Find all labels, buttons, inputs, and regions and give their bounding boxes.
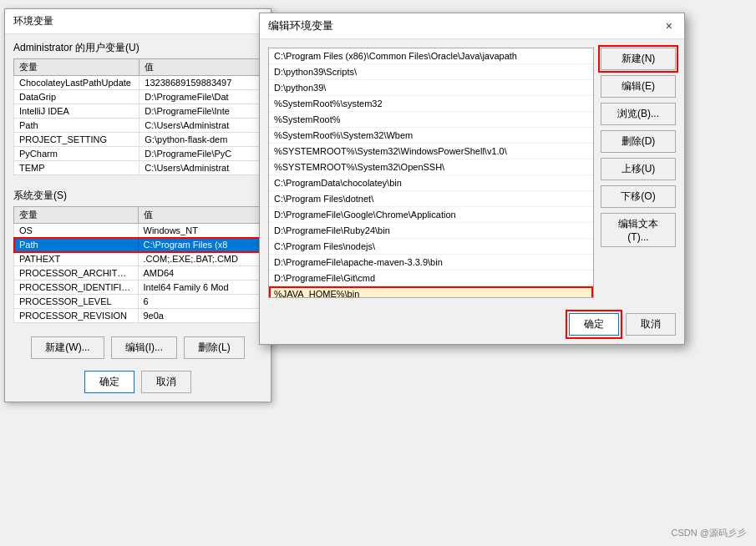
table-row[interactable]: PROJECT_SETTINGG:\python-flask-dem (14, 133, 262, 147)
side-button-n[interactable]: 新建(N) (601, 48, 676, 70)
user-val-col-header: 值 (140, 59, 262, 76)
list-item[interactable]: %SYSTEMROOT%\System32\WindowsPowerShell\… (269, 144, 593, 159)
env-dialog-bottom-buttons: 确定 取消 (5, 366, 271, 402)
edit-dialog-footer: 确定 取消 (260, 306, 684, 344)
user-variables-section: Administrator 的用户变量(U) 变量 值 ChocolateyLa… (5, 34, 271, 182)
table-row[interactable]: PATHEXT.COM;.EXE;.BAT;.CMD (14, 252, 262, 266)
table-row[interactable]: OSWindows_NT (14, 224, 262, 238)
edit-dialog-title-text: 编辑环境变量 (268, 18, 333, 33)
side-buttons-panel: 新建(N)编辑(E)浏览(B)...删除(D)上移(U)下移(O)编辑文本(T)… (601, 48, 676, 298)
env-dialog-title-text: 环境变量 (13, 15, 53, 27)
env-dialog-title: 环境变量 (5, 9, 271, 34)
system-variables-table: 变量 值 OSWindows_NTPathC:\Program Files (x… (13, 206, 262, 323)
table-row[interactable]: PyCharmD:\ProgrameFile\PyC (14, 147, 262, 161)
edit-ok-button[interactable]: 确定 (569, 313, 619, 336)
list-item[interactable]: D:\python39\ (269, 80, 593, 96)
list-item[interactable]: C:\Program Files\nodejs\ (269, 239, 593, 255)
watermark: CSDN @源码彡彡 (672, 527, 746, 539)
list-item[interactable]: D:\python39\Scripts\ (269, 64, 593, 80)
table-row[interactable]: PROCESSOR_IDENTIFIERIntel64 Family 6 Mod (14, 281, 262, 295)
table-row[interactable]: PROCESSOR_ARCHITECT...AMD64 (14, 266, 262, 281)
table-row[interactable]: PROCESSOR_REVISION9e0a (14, 309, 262, 323)
env-variables-dialog: 环境变量 Administrator 的用户变量(U) 变量 值 Chocola… (4, 8, 271, 402)
list-item[interactable]: D:\ProgrameFile\Git\cmd (269, 270, 593, 286)
user-var-col-header: 变量 (14, 59, 140, 76)
side-button-e[interactable]: 编辑(E) (601, 75, 676, 98)
sys-delete-button[interactable]: 删除(L) (184, 336, 245, 359)
side-button-d[interactable]: 删除(D) (601, 130, 676, 153)
list-item[interactable]: %SYSTEMROOT%\System32\OpenSSH\ (269, 159, 593, 175)
list-item[interactable]: C:\Program Files\dotnet\ (269, 191, 593, 207)
user-variables-table: 变量 值 ChocolateyLastPathUpdate13238689159… (13, 58, 262, 175)
table-row[interactable]: ChocolateyLastPathUpdate1323868915988349… (14, 76, 262, 90)
sys-edit-button[interactable]: 编辑(I)... (111, 336, 177, 359)
env-ok-button[interactable]: 确定 (84, 371, 134, 393)
list-item[interactable]: %SystemRoot%\system32 (269, 96, 593, 112)
list-item[interactable]: D:\ProgrameFile\apache-maven-3.3.9\bin (269, 255, 593, 270)
edit-env-dialog: 编辑环境变量 × C:\Program Files (x86)\Common F… (259, 13, 685, 345)
side-button-b[interactable]: 浏览(B)... (601, 103, 676, 125)
edit-dialog-close-button[interactable]: × (662, 19, 676, 33)
table-row[interactable]: PROCESSOR_LEVEL6 (14, 295, 262, 309)
user-section-label: Administrator 的用户变量(U) (13, 41, 262, 55)
table-row[interactable]: TEMPC:\Users\Administrat (14, 161, 262, 175)
edit-dialog-title-bar: 编辑环境变量 × (260, 13, 684, 39)
path-list[interactable]: C:\Program Files (x86)\Common Files\Orac… (268, 48, 594, 298)
table-row[interactable]: PathC:\Users\Administrat (14, 119, 262, 133)
system-variables-section: 系统变量(S) 变量 值 OSWindows_NTPathC:\Program … (5, 182, 271, 330)
system-action-buttons: 新建(W)... 编辑(I)... 删除(L) (5, 330, 271, 366)
list-item[interactable]: D:\ProgrameFile\Ruby24\bin (269, 223, 593, 239)
sys-val-col-header: 值 (138, 207, 262, 224)
list-item[interactable]: %SystemRoot% (269, 112, 593, 128)
list-item[interactable]: D:\ProgrameFile\Google\Chrome\Applicatio… (269, 207, 593, 223)
list-item[interactable]: C:\ProgramData\chocolatey\bin (269, 175, 593, 191)
env-cancel-button[interactable]: 取消 (141, 371, 191, 393)
side-button-o[interactable]: 下移(O) (601, 185, 676, 208)
sys-new-button[interactable]: 新建(W)... (31, 336, 104, 359)
side-button-u[interactable]: 上移(U) (601, 158, 676, 180)
list-item[interactable]: %SystemRoot%\System32\Wbem (269, 128, 593, 144)
table-row[interactable]: PathC:\Program Files (x8 (14, 238, 262, 252)
list-item[interactable]: C:\Program Files (x86)\Common Files\Orac… (269, 48, 593, 64)
edit-dialog-body: C:\Program Files (x86)\Common Files\Orac… (260, 39, 684, 306)
table-row[interactable]: DataGripD:\ProgrameFile\Dat (14, 90, 262, 104)
system-section-label: 系统变量(S) (13, 189, 262, 203)
table-row[interactable]: IntelliJ IDEAD:\ProgrameFile\Inte (14, 104, 262, 119)
side-button-t[interactable]: 编辑文本(T)... (601, 213, 676, 247)
edit-cancel-button[interactable]: 取消 (626, 313, 676, 336)
sys-var-col-header: 变量 (14, 207, 139, 224)
list-item[interactable]: %JAVA_HOME%\bin (269, 286, 593, 298)
